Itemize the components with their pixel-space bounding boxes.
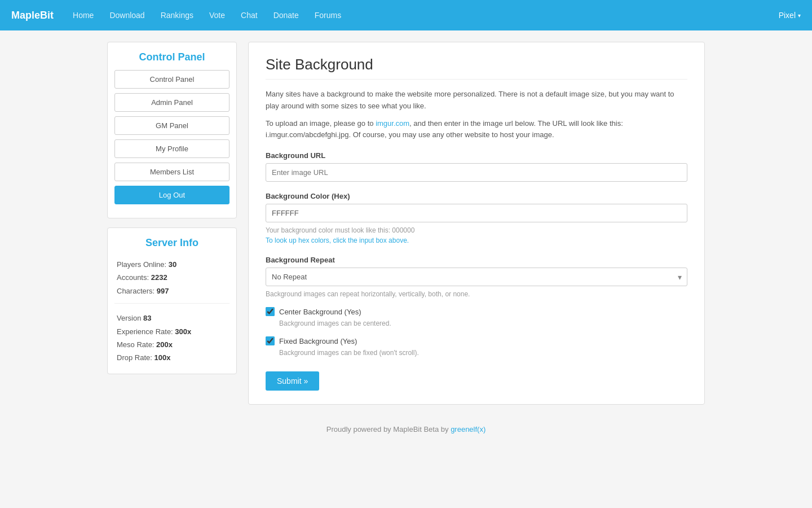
players-online-label: Players Online:	[117, 260, 166, 269]
fixed-bg-label: Fixed Background (Yes)	[279, 337, 357, 345]
nav-link-rankings[interactable]: Rankings	[153, 0, 201, 30]
bg-repeat-select-wrapper: No Repeat Repeat Repeat-X Repeat-Y	[266, 268, 687, 286]
bg-color-input[interactable]	[266, 204, 687, 222]
nav-links: Home Download Rankings Vote Chat Donate …	[65, 0, 779, 30]
bg-color-hint: Your background color must look like thi…	[266, 225, 687, 246]
meso-rate-label: Meso Rate:	[117, 340, 154, 349]
nav-link-chat[interactable]: Chat	[233, 0, 266, 30]
server-info-title: Server Info	[114, 237, 230, 249]
exp-rate-label: Experience Rate:	[117, 327, 173, 336]
meso-rate-value: 200x	[156, 340, 173, 349]
center-bg-label: Center Background (Yes)	[279, 308, 361, 316]
footer: Proudly powered by MapleBit Beta by gree…	[0, 416, 812, 445]
bg-repeat-section: Background Repeat No Repeat Repeat Repea…	[266, 256, 687, 299]
bg-color-hint-2: To look up hex colors, click the input b…	[266, 235, 687, 246]
bg-color-hint-1: Your background color must look like thi…	[266, 225, 687, 235]
sidebar-btn-logout[interactable]: Log Out	[114, 186, 230, 204]
server-info-rates: Version 83 Experience Rate: 300x Meso Ra…	[114, 309, 230, 365]
chevron-down-icon: ▾	[798, 12, 801, 19]
bg-color-section: Background Color (Hex) Your background c…	[266, 192, 687, 246]
nav-link-vote[interactable]: Vote	[201, 0, 233, 30]
bg-repeat-label: Background Repeat	[266, 256, 687, 264]
center-bg-checkbox[interactable]	[266, 307, 275, 316]
nav-link-donate[interactable]: Donate	[266, 0, 307, 30]
server-info-stats: Players Online: 30 Accounts: 2232 Charac…	[114, 256, 230, 297]
nav-link-download[interactable]: Download	[102, 0, 152, 30]
fixed-bg-checkbox[interactable]	[266, 336, 275, 345]
page-title: Site Background	[266, 56, 687, 80]
main-content: Site Background Many sites have a backgr…	[248, 42, 705, 405]
center-bg-row: Center Background (Yes)	[266, 307, 687, 316]
bg-repeat-select[interactable]: No Repeat Repeat Repeat-X Repeat-Y	[266, 268, 687, 286]
sidebar-btn-admin-panel[interactable]: Admin Panel	[114, 93, 230, 112]
nav-user-menu[interactable]: Pixel ▾	[779, 11, 801, 20]
bg-color-label: Background Color (Hex)	[266, 192, 687, 200]
accounts-value: 2232	[151, 273, 167, 282]
desc2-prefix: To upload an image, please go to	[266, 119, 376, 128]
players-online-value: 30	[169, 260, 176, 269]
bg-repeat-hint: Background images can repeat horizontall…	[266, 289, 687, 299]
footer-text-prefix: Proudly powered by MapleBit Beta by	[326, 425, 451, 433]
accounts-label: Accounts:	[117, 273, 149, 282]
fixed-bg-hint: Background images can be fixed (won't sc…	[279, 348, 687, 358]
description-2: To upload an image, please go to imgur.c…	[266, 118, 687, 142]
center-bg-hint: Background images can be centered.	[279, 318, 687, 329]
bg-url-section: Background URL	[266, 151, 687, 182]
submit-button[interactable]: Submit »	[266, 371, 319, 391]
sidebar-btn-my-profile[interactable]: My Profile	[114, 139, 230, 158]
sidebar-btn-gm-panel[interactable]: GM Panel	[114, 116, 230, 135]
sidebar-btn-control-panel[interactable]: Control Panel	[114, 70, 230, 89]
nav-username: Pixel	[779, 11, 796, 20]
version-value: 83	[143, 314, 151, 322]
characters-label: Characters:	[117, 287, 155, 295]
footer-link[interactable]: greenelf(x)	[451, 425, 486, 433]
control-panel-title: Control Panel	[114, 51, 230, 63]
exp-rate-value: 300x	[175, 327, 191, 336]
drop-rate-label: Drop Rate:	[117, 353, 152, 362]
server-info-box: Server Info Players Online: 30 Accounts:…	[107, 227, 237, 374]
sidebar: Control Panel Control Panel Admin Panel …	[107, 42, 237, 405]
characters-value: 997	[157, 287, 169, 295]
hex-lookup-link[interactable]: To look up hex colors, click the input b…	[266, 237, 409, 244]
bg-url-input[interactable]	[266, 163, 687, 182]
nav-brand[interactable]: MapleBit	[11, 10, 54, 21]
drop-rate-value: 100x	[155, 353, 171, 362]
imgur-link[interactable]: imgur.com	[376, 119, 409, 128]
nav-link-forums[interactable]: Forums	[307, 0, 349, 30]
nav-link-home[interactable]: Home	[65, 0, 102, 30]
version-label: Version	[117, 314, 141, 322]
sidebar-btn-members-list[interactable]: Members List	[114, 163, 230, 181]
control-panel-box: Control Panel Control Panel Admin Panel …	[107, 42, 237, 218]
bg-url-label: Background URL	[266, 151, 687, 160]
fixed-bg-row: Fixed Background (Yes)	[266, 336, 687, 345]
description-1: Many sites have a background to make the…	[266, 89, 687, 112]
